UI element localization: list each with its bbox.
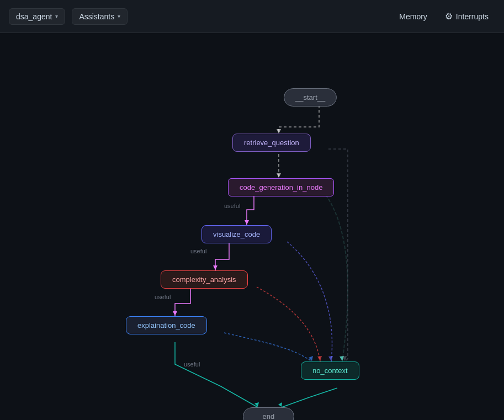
- header-left: dsa_agent ▾ Assistants ▾: [9, 8, 128, 25]
- node-visualize-code[interactable]: visualize_code: [201, 225, 272, 243]
- node-retrieve-question[interactable]: retrieve_question: [232, 134, 311, 152]
- interrupts-button[interactable]: ⚙ Interrupts: [438, 8, 495, 25]
- assistants-chevron-icon: ▾: [118, 13, 120, 19]
- assistants-selector[interactable]: Assistants ▾: [72, 8, 128, 25]
- svg-marker-3: [213, 265, 217, 270]
- header: dsa_agent ▾ Assistants ▾ Memory ⚙ Interr…: [0, 0, 504, 33]
- svg-marker-5: [254, 402, 259, 407]
- svg-marker-11: [342, 356, 347, 361]
- agent-label: dsa_agent: [16, 12, 52, 21]
- svg-marker-8: [328, 356, 333, 361]
- assistants-label: Assistants: [79, 12, 114, 21]
- node-start[interactable]: __start__: [284, 88, 337, 107]
- edge-label-useful4: useful: [184, 361, 200, 368]
- node-end[interactable]: __end__: [243, 407, 294, 420]
- interrupts-icon: ⚙: [445, 11, 453, 22]
- svg-marker-9: [317, 356, 322, 361]
- svg-marker-10: [309, 356, 313, 361]
- graph-canvas: useful useful useful useful __start__ re…: [0, 33, 504, 420]
- edge-label-useful2: useful: [190, 248, 206, 254]
- svg-marker-1: [277, 173, 281, 178]
- memory-button[interactable]: Memory: [392, 9, 434, 24]
- interrupts-label: Interrupts: [456, 12, 489, 21]
- edge-label-useful3: useful: [155, 294, 171, 300]
- node-explaination-code[interactable]: explaination_code: [126, 316, 207, 334]
- svg-marker-0: [277, 129, 281, 134]
- edge-label-useful1: useful: [224, 203, 240, 209]
- memory-label: Memory: [399, 12, 427, 21]
- agent-selector[interactable]: dsa_agent ▾: [9, 8, 65, 25]
- header-right: Memory ⚙ Interrupts: [392, 8, 495, 25]
- agent-chevron-icon: ▾: [55, 13, 58, 19]
- node-code-generation[interactable]: code_generation_in_node: [228, 178, 334, 196]
- node-complexity-analysis[interactable]: complexity_analysis: [161, 270, 248, 289]
- node-no-context[interactable]: no_context: [301, 361, 359, 380]
- svg-marker-7: [339, 356, 344, 361]
- svg-marker-4: [173, 311, 177, 316]
- svg-marker-6: [278, 402, 282, 407]
- svg-marker-2: [245, 220, 249, 225]
